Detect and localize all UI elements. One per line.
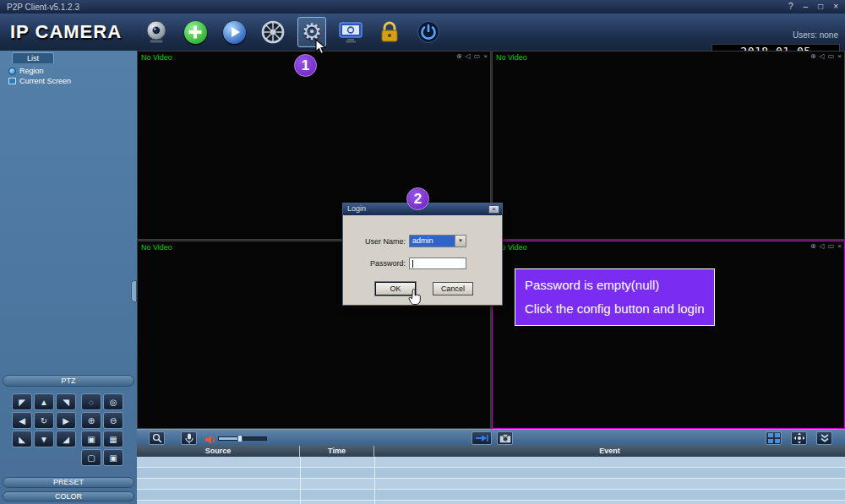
ptz-header[interactable]: PTZ (3, 375, 134, 387)
panel-audio-icon[interactable]: ◁ (820, 242, 825, 250)
panel-audio-icon[interactable]: ◁ (466, 52, 471, 60)
ptz-zoom-out-button[interactable]: ⊖ (103, 412, 123, 429)
hand-cursor (407, 289, 422, 309)
snapshot-button[interactable] (497, 431, 513, 445)
ptz-iris-open-button[interactable]: ▢ (81, 449, 101, 466)
color-header[interactable]: COLOR (3, 491, 134, 501)
column-divider (374, 457, 375, 504)
snapshot-icon (499, 434, 511, 443)
ptz-down-left-button[interactable]: ◣ (12, 431, 32, 447)
panel-ratio-icon[interactable]: ▭ (474, 52, 481, 60)
table-row[interactable] (137, 457, 845, 468)
grid-view-button[interactable] (766, 431, 782, 445)
ptz-iris-close-button[interactable]: ▣ (103, 449, 123, 466)
table-row[interactable] (137, 479, 845, 490)
password-warning-banner: Password is empty(null) Click the config… (515, 268, 715, 326)
ptz-scan-button[interactable]: ◎ (103, 393, 123, 410)
power-icon[interactable] (414, 17, 443, 47)
table-row[interactable] (137, 468, 845, 479)
add-device-icon[interactable] (181, 17, 210, 47)
video-panel-4-selected[interactable]: No Video ⊕ ◁ ▭ × Password is empty(null)… (492, 241, 845, 429)
ptz-down-right-button[interactable]: ◢ (56, 431, 76, 447)
ptz-auto-pan-button[interactable]: ↻ (34, 412, 54, 429)
ptz-zoom-in-button[interactable]: ⊕ (81, 412, 101, 429)
sidebar-collapse-handle[interactable] (131, 280, 137, 302)
panel-close-icon[interactable]: × (837, 242, 842, 250)
volume-slider[interactable] (218, 436, 267, 441)
column-source[interactable]: Source (137, 446, 300, 457)
device-tree: Region Current Screen (8, 66, 71, 86)
tree-item-label: Region (19, 67, 44, 75)
tree-item-current-screen[interactable]: Current Screen (8, 76, 71, 86)
panel-toolbar: ⊕ ◁ ▭ × (810, 242, 842, 250)
close-button[interactable]: × (833, 1, 838, 13)
ptz-up-right-button[interactable]: ◥ (56, 393, 76, 410)
volume-handle[interactable] (237, 435, 243, 442)
video-panel-2[interactable]: No Video ⊕ ◁ ▭ × (492, 51, 845, 240)
ptz-glyph: ▼ (40, 435, 48, 444)
panel-close-icon[interactable]: × (483, 52, 488, 60)
panel-zoom-icon[interactable]: ⊕ (456, 52, 462, 60)
panel-toolbar: ⊕ ◁ ▭ × (810, 52, 842, 60)
ptz-up-button[interactable]: ▲ (34, 393, 54, 410)
ptz-left-button[interactable]: ◀ (12, 412, 32, 429)
password-label: Password: (346, 259, 406, 268)
playback-icon[interactable] (220, 17, 248, 47)
zoom-icon (152, 433, 162, 443)
panel-toolbar: ⊕ ◁ ▭ × (456, 52, 488, 60)
column-divider (300, 457, 301, 504)
wheel-icon[interactable] (259, 17, 287, 47)
ptz-focus-near-button[interactable]: ▣ (81, 431, 101, 447)
pan-icon (793, 432, 805, 444)
column-event[interactable]: Event (374, 446, 845, 457)
webcam-icon[interactable] (142, 17, 171, 47)
column-time[interactable]: Time (300, 446, 374, 457)
talk-mic-button[interactable] (181, 431, 197, 445)
panel-zoom-icon[interactable]: ⊕ (810, 52, 816, 60)
ptz-right-button[interactable]: ▶ (56, 412, 76, 429)
event-table-header: Source Time Event (137, 446, 845, 457)
panel-zoom-icon[interactable]: ⊕ (810, 242, 816, 250)
main-toolbar: ⚙ (142, 14, 443, 51)
password-field[interactable] (409, 257, 466, 269)
ptz-cruise-button[interactable]: ◌ (81, 393, 101, 410)
title-bar: P2P Client-v5.1.2.3 ? – □ × (0, 0, 845, 14)
digital-zoom-button[interactable] (149, 431, 165, 445)
ptz-glyph: ▶ (63, 416, 69, 425)
ptz-down-button[interactable]: ▼ (34, 431, 54, 447)
help-button[interactable]: ? (788, 1, 793, 13)
lock-icon[interactable] (375, 17, 404, 47)
device-config-icon[interactable] (336, 17, 365, 47)
username-dropdown[interactable]: admin ▼ (409, 235, 466, 247)
ptz-focus-far-button[interactable]: ▦ (103, 431, 123, 447)
panel-ratio-icon[interactable]: ▭ (828, 242, 835, 250)
focus-near-icon: ▣ (87, 435, 95, 444)
tab-list[interactable]: List (12, 52, 54, 63)
panel-close-icon[interactable]: × (837, 52, 842, 60)
panel-audio-icon[interactable]: ◁ (820, 52, 825, 60)
manual-record-button[interactable] (472, 431, 492, 445)
tree-item-region[interactable]: Region (8, 66, 71, 76)
region-icon (8, 68, 16, 75)
step-2-badge: 2 (406, 187, 429, 210)
collapse-panel-button[interactable] (816, 431, 832, 445)
zoom-in-icon: ⊕ (88, 416, 95, 425)
cancel-button[interactable]: Cancel (433, 282, 473, 295)
ptz-up-left-button[interactable]: ◤ (12, 393, 32, 410)
minimize-button[interactable]: – (804, 1, 809, 13)
maximize-button[interactable]: □ (818, 1, 823, 13)
table-row[interactable] (137, 490, 845, 501)
cruise-icon: ◌ (89, 398, 94, 407)
fullscreen-pan-button[interactable] (791, 431, 807, 445)
panel-ratio-icon[interactable]: ▭ (828, 52, 835, 60)
dialog-close-icon[interactable]: × (488, 205, 499, 214)
app-logo: IP CAMERA (10, 14, 122, 51)
users-status: Users: none (793, 30, 838, 40)
zoom-out-icon: ⊖ (110, 416, 117, 425)
preset-header[interactable]: PRESET (3, 477, 134, 488)
chevron-down-icon[interactable]: ▼ (455, 236, 466, 247)
forward-icon (475, 434, 488, 442)
login-dialog: Login × User Name: admin ▼ Password: OK … (342, 203, 503, 306)
arrow-cursor (314, 39, 328, 59)
iris-open-icon: ▢ (87, 453, 95, 463)
